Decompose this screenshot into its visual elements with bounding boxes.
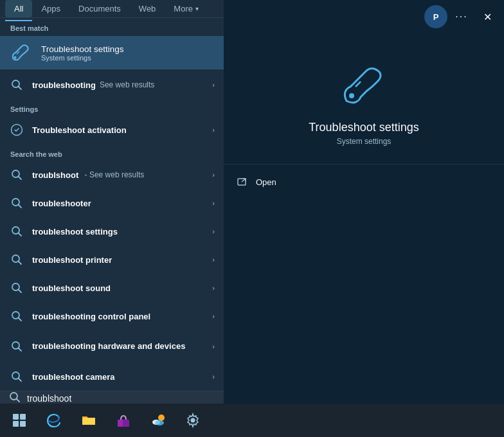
search-icon-5 — [9, 252, 24, 267]
search-icon-4 — [9, 224, 24, 239]
weather-btn[interactable] — [141, 404, 175, 437]
svg-line-18 — [19, 348, 22, 352]
search-icon-2 — [9, 167, 24, 183]
more-options-button[interactable]: ··· — [450, 5, 473, 28]
svg-rect-28 — [20, 414, 26, 420]
web-search-troublshoot[interactable]: troublshoot - See web results › — [0, 161, 224, 189]
chevron-right-icon: › — [212, 256, 215, 263]
web-search-printer[interactable]: troubleshoot printer › — [0, 245, 224, 274]
right-controls: P ··· ✕ — [224, 0, 504, 33]
chevron-right-icon: › — [212, 343, 215, 350]
chevron-right-icon: › — [212, 312, 215, 320]
chevron-right-icon: › — [212, 81, 215, 89]
app-name: Troubleshoot settings — [309, 121, 419, 134]
chevron-right-icon: › — [212, 171, 215, 179]
settings-section-label: Settings — [0, 99, 224, 116]
svg-line-22 — [17, 399, 20, 402]
svg-line-20 — [19, 379, 22, 382]
web-item-hint-1: - See web results — [82, 170, 144, 179]
web-search-camera[interactable]: troubleshoot camera › — [0, 362, 224, 391]
web-item-title-7: troubleshooting hardware and devices — [32, 341, 204, 352]
web-search-sound[interactable]: troubleshoot sound › — [0, 274, 224, 302]
chevron-right-icon: › — [212, 373, 215, 380]
search-icon — [9, 77, 24, 93]
chevron-right-icon: › — [212, 284, 215, 292]
svg-rect-29 — [13, 421, 19, 427]
svg-line-14 — [19, 290, 22, 293]
web-item-title-8: troubleshoot camera — [32, 372, 204, 382]
store-btn[interactable] — [107, 404, 140, 437]
web-item-title-5: troubleshoot sound — [32, 283, 204, 293]
app-type: System settings — [337, 137, 392, 146]
search-icon-3 — [9, 195, 24, 211]
svg-rect-30 — [20, 421, 26, 427]
web-item-title-4: troubleshoot printer — [32, 255, 204, 265]
open-label: Open — [256, 177, 276, 187]
left-panel: All Apps Documents Web More ▾ Best match… — [0, 0, 224, 404]
svg-point-24 — [349, 93, 354, 98]
web-result-hint: See web results — [100, 80, 154, 89]
search-icon-8 — [9, 339, 24, 354]
svg-line-6 — [19, 177, 22, 180]
svg-point-33 — [158, 415, 165, 421]
web-result-title: troubleshooting — [32, 80, 96, 90]
web-result-troubleshooting[interactable]: troubleshooting See web results › — [0, 71, 224, 99]
taskbar — [0, 404, 504, 437]
search-input[interactable] — [27, 393, 215, 404]
svg-point-36 — [191, 418, 195, 423]
open-action[interactable]: Open — [224, 170, 504, 194]
best-match-icon — [9, 41, 32, 64]
svg-rect-32 — [118, 420, 123, 427]
tab-all[interactable]: All — [5, 0, 32, 17]
tab-web[interactable]: Web — [130, 0, 165, 17]
web-search-settings[interactable]: troubleshoot settings › — [0, 217, 224, 245]
web-search-troubleshooter[interactable]: troubleshooter › — [0, 189, 224, 217]
app-icon-large — [338, 59, 390, 111]
svg-line-3 — [19, 87, 22, 90]
right-panel: P ··· ✕ Troubleshoot settings System set… — [224, 0, 504, 404]
profile-button[interactable]: P — [424, 5, 447, 28]
search-icon-9 — [9, 369, 24, 384]
edge-btn[interactable] — [37, 404, 71, 437]
svg-line-8 — [19, 205, 22, 208]
tab-apps[interactable]: Apps — [32, 0, 69, 17]
svg-point-1 — [14, 57, 17, 59]
explorer-btn[interactable] — [72, 404, 105, 437]
chevron-right-icon: › — [212, 199, 215, 207]
svg-line-23 — [356, 82, 361, 87]
svg-line-12 — [19, 262, 22, 265]
tab-documents[interactable]: Documents — [69, 0, 130, 17]
chevron-right-icon: › — [212, 126, 215, 134]
svg-line-16 — [19, 318, 22, 321]
search-icon-6 — [9, 280, 24, 296]
activation-item-title: Troubleshoot activation — [32, 125, 204, 135]
tab-more[interactable]: More ▾ — [165, 0, 208, 17]
settings-activation-item[interactable]: Troubleshoot activation › — [0, 116, 224, 144]
best-match-label: Best match — [0, 18, 224, 36]
web-search-hardware[interactable]: troubleshooting hardware and devices › — [0, 330, 224, 362]
web-section-label: Search the web — [0, 144, 224, 161]
best-match-item[interactable]: Troubleshoot settings System settings — [0, 36, 224, 69]
chevron-right-icon: › — [212, 227, 215, 235]
web-item-title-6: troubleshooting control panel — [32, 312, 204, 321]
web-item-title-2: troubleshooter — [32, 199, 204, 208]
svg-rect-27 — [13, 414, 19, 420]
open-icon — [237, 176, 248, 188]
close-button[interactable]: ✕ — [476, 5, 499, 28]
svg-point-35 — [155, 420, 164, 425]
settings-circle-icon — [9, 122, 24, 138]
task-view-btn[interactable] — [3, 404, 36, 437]
search-icon-7 — [9, 308, 24, 324]
best-match-subtitle: System settings — [41, 54, 124, 62]
app-display: Troubleshoot settings System settings — [224, 33, 504, 159]
web-search-control-panel[interactable]: troubleshooting control panel › — [0, 302, 224, 330]
settings-btn[interactable] — [176, 404, 210, 437]
web-item-title-3: troubleshoot settings — [32, 227, 204, 236]
divider — [224, 164, 504, 165]
more-chevron-icon: ▾ — [195, 5, 199, 12]
tabs-bar: All Apps Documents Web More ▾ — [0, 0, 224, 18]
web-item-title-1: troublshoot — [32, 170, 78, 180]
svg-line-10 — [19, 233, 22, 236]
best-match-title: Troubleshoot settings — [41, 44, 124, 54]
